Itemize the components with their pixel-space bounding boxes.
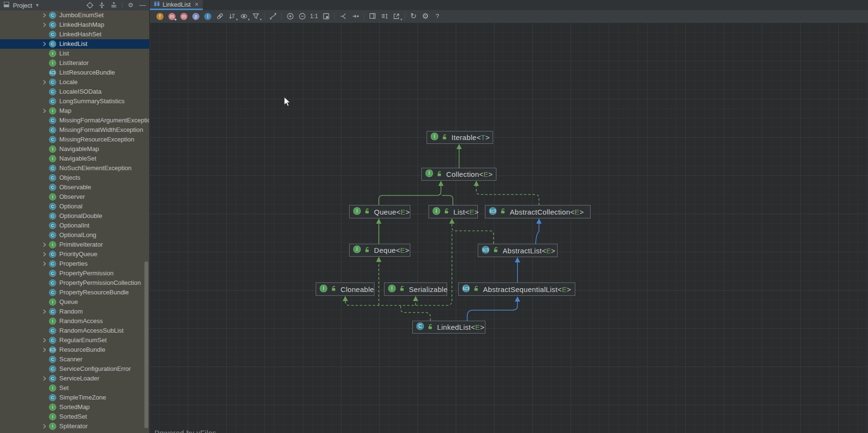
fit-content-icon[interactable] <box>321 11 331 22</box>
chevron-down-icon[interactable]: ▼ <box>35 3 39 8</box>
collapse-all-icon[interactable] <box>110 1 118 9</box>
show-constructors-icon[interactable]: m★ <box>167 11 177 22</box>
chevron-right-icon[interactable] <box>41 41 48 47</box>
node-iterable[interactable]: IIterable<T> <box>427 131 493 144</box>
sidebar-item-longsummarystatistics[interactable]: CLongSummaryStatistics <box>0 97 149 106</box>
sidebar-item-sortedmap[interactable]: ISortedMap <box>0 402 149 412</box>
sidebar-item-optionaldouble[interactable]: COptionalDouble <box>0 211 149 221</box>
sidebar-item-observer[interactable]: IObserver <box>0 192 149 202</box>
sidebar-item-queue[interactable]: IQueue <box>0 297 149 307</box>
sidebar-item-missingformatargumentexception[interactable]: CMissingFormatArgumentException <box>0 116 149 125</box>
sidebar-item-linkedlist[interactable]: CLinkedList <box>0 39 149 49</box>
change-sort-icon[interactable]: ▾ <box>227 11 237 22</box>
sidebar-item-objects[interactable]: CObjects <box>0 173 149 183</box>
gear-icon[interactable]: ⚙ <box>127 1 134 9</box>
sidebar-item-missingformatwidthexception[interactable]: CMissingFormatWidthException <box>0 125 149 135</box>
chevron-right-icon[interactable] <box>41 22 48 28</box>
chevron-right-icon[interactable] <box>41 308 48 315</box>
zoom-out-icon[interactable] <box>297 11 307 22</box>
sidebar-item-simpletimezone[interactable]: CSimpleTimeZone <box>0 393 149 402</box>
collapse-expand-icon[interactable] <box>98 1 106 9</box>
chevron-right-icon[interactable] <box>41 251 48 258</box>
show-methods-icon[interactable]: m <box>179 11 189 22</box>
refresh-icon[interactable]: ↻ <box>408 11 418 22</box>
sidebar-item-scanner[interactable]: CScanner <box>0 355 149 364</box>
node-serializable[interactable]: ISerializable <box>384 282 447 296</box>
tab-linkedlist[interactable]: LinkedList ✕ <box>150 0 203 10</box>
locate-icon[interactable] <box>86 1 94 9</box>
sidebar-item-resourcebundle[interactable]: CResourceBundle <box>0 345 149 355</box>
sidebar-item-locale[interactable]: CLocale <box>0 77 149 87</box>
sidebar-item-priorityqueue[interactable]: CPriorityQueue <box>0 249 149 259</box>
sidebar-item-randomaccess[interactable]: IRandomAccess <box>0 316 149 326</box>
sidebar-item-list[interactable]: IList <box>0 49 149 58</box>
node-abstract-sequential-list[interactable]: CAbstractSequentialList<E> <box>458 282 575 296</box>
actual-size-button[interactable]: 1:1 <box>309 11 319 22</box>
collapse-nodes-icon[interactable] <box>338 11 348 22</box>
sidebar-item-propertypermission[interactable]: CPropertyPermission <box>0 269 149 278</box>
zoom-in-icon[interactable] <box>285 11 295 22</box>
help-button[interactable]: ? <box>432 11 442 22</box>
sidebar-item-jumboenumset[interactable]: CJumboEnumSet <box>0 11 149 20</box>
sidebar-item-navigableset[interactable]: INavigableSet <box>0 154 149 163</box>
sidebar-item-linkedhashmap[interactable]: CLinkedHashMap <box>0 20 149 30</box>
sidebar-item-listiterator[interactable]: IListIterator <box>0 58 149 68</box>
node-deque[interactable]: IDeque<E> <box>349 244 410 257</box>
show-dependencies-icon[interactable] <box>215 11 225 22</box>
chevron-right-icon[interactable] <box>41 423 48 430</box>
node-collection[interactable]: ICollection<E> <box>421 168 496 181</box>
show-inner-classes-icon[interactable]: I <box>203 11 213 22</box>
sidebar-item-linkedhashset[interactable]: CLinkedHashSet <box>0 30 149 39</box>
sidebar-item-nosuchelementexception[interactable]: CNoSuchElementException <box>0 163 149 173</box>
export-diagram-icon[interactable]: ▾ <box>391 11 401 22</box>
chevron-right-icon[interactable] <box>41 241 48 248</box>
tree-scrollbar[interactable] <box>144 261 148 428</box>
node-abstract-collection[interactable]: CAbstractCollection<E> <box>485 205 591 218</box>
sidebar-item-serviceconfigurationerror[interactable]: CServiceConfigurationError <box>0 364 149 374</box>
sidebar-item-optionallong[interactable]: COptionalLong <box>0 230 149 240</box>
hide-panel-icon[interactable]: — <box>139 1 146 9</box>
chevron-right-icon[interactable] <box>41 79 48 86</box>
sidebar-item-optional[interactable]: COptional <box>0 202 149 211</box>
sidebar-item-sortedset[interactable]: ISortedSet <box>0 412 149 422</box>
show-properties-icon[interactable]: p <box>191 11 201 22</box>
settings-gear-icon[interactable]: ⚙ <box>420 11 430 22</box>
sidebar-item-serviceloader[interactable]: CServiceLoader <box>0 374 149 383</box>
chevron-right-icon[interactable] <box>41 375 48 382</box>
sidebar-item-listresourcebundle[interactable]: CListResourceBundle <box>0 68 149 77</box>
edge-layout-icon[interactable] <box>268 11 278 22</box>
sidebar-item-missingresourceexception[interactable]: CMissingResourceException <box>0 135 149 144</box>
node-list[interactable]: IList<E> <box>429 205 478 218</box>
sidebar-item-observable[interactable]: CObservable <box>0 183 149 192</box>
sidebar-item-navigablemap[interactable]: INavigableMap <box>0 144 149 154</box>
change-visibility-icon[interactable]: ▾ <box>239 11 249 22</box>
jump-to-source-icon[interactable] <box>350 11 360 22</box>
sidebar-item-randomaccesssublist[interactable]: CRandomAccessSubList <box>0 326 149 336</box>
diagram-canvas[interactable]: Powered by yFiles IIterable<T>ICollectio… <box>150 22 868 433</box>
chevron-right-icon[interactable] <box>41 346 48 353</box>
sidebar-item-primitiveiterator[interactable]: IPrimitiveIterator <box>0 240 149 249</box>
sidebar-item-map[interactable]: IMap <box>0 106 149 116</box>
node-presentation-icon[interactable] <box>379 11 389 22</box>
show-fields-icon[interactable]: f <box>155 11 165 22</box>
chevron-right-icon[interactable] <box>41 108 48 114</box>
filter-icon[interactable]: ▾ <box>251 11 261 22</box>
node-cloneable[interactable]: ICloneable <box>316 282 374 296</box>
sidebar-item-localeisodata[interactable]: CLocaleISOData <box>0 87 149 97</box>
sidebar-item-regularenumset[interactable]: CRegularEnumSet <box>0 336 149 345</box>
copy-diagram-icon[interactable] <box>367 11 377 22</box>
chevron-right-icon[interactable] <box>41 260 48 267</box>
sidebar-item-properties[interactable]: CProperties <box>0 259 149 269</box>
node-abstract-list[interactable]: CAbstractList<E> <box>478 244 558 257</box>
sidebar-item-spliterator[interactable]: ISpliterator <box>0 422 149 431</box>
sidebar-item-propertypermissioncollection[interactable]: CPropertyPermissionCollection <box>0 278 149 288</box>
sidebar-item-optionalint[interactable]: COptionalInt <box>0 221 149 230</box>
sidebar-item-random[interactable]: CRandom <box>0 307 149 316</box>
chevron-right-icon[interactable] <box>41 12 48 19</box>
close-icon[interactable]: ✕ <box>195 1 199 8</box>
sidebar-item-set[interactable]: ISet <box>0 383 149 393</box>
sidebar-item-propertyresourcebundle[interactable]: CPropertyResourceBundle <box>0 288 149 297</box>
node-queue[interactable]: IQueue<E> <box>349 205 410 218</box>
node-linked-list[interactable]: CLinkedList<E> <box>412 321 485 334</box>
chevron-right-icon[interactable] <box>41 337 48 344</box>
